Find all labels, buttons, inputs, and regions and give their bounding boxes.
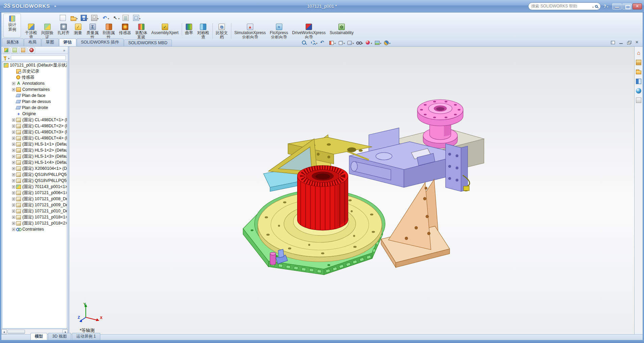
dropdown-caret-icon[interactable] bbox=[353, 39, 354, 46]
minimize-button[interactable] bbox=[612, 3, 622, 9]
mdi-close-icon[interactable] bbox=[634, 39, 641, 45]
dropdown-caret-icon[interactable] bbox=[97, 15, 99, 21]
driveworksxpress-button[interactable]: DriveWorksXpress 向导 bbox=[290, 23, 328, 40]
expand-icon[interactable] bbox=[12, 155, 15, 158]
tab-solidworks-addins[interactable]: SOLIDWORKS 插件 bbox=[77, 38, 124, 46]
tab-evaluate[interactable]: 评估 bbox=[59, 38, 76, 46]
menu-expand-icon[interactable] bbox=[53, 3, 58, 9]
section-view-icon[interactable] bbox=[328, 39, 336, 46]
propertymanager-tab-icon[interactable] bbox=[11, 47, 18, 53]
expand-icon[interactable] bbox=[12, 228, 15, 231]
expand-icon[interactable] bbox=[12, 82, 15, 85]
mdi-restore-icon[interactable] bbox=[626, 39, 633, 45]
hole-align-button[interactable]: 孔对齐 bbox=[55, 23, 72, 35]
filter-caret-icon[interactable] bbox=[8, 55, 9, 61]
tree-item[interactable]: (固定) CL-498DLT<3> (Défaut... bbox=[2, 129, 67, 135]
compare-documents-button[interactable]: 比较文 档 bbox=[212, 23, 230, 40]
sensor-button[interactable]: 传感器 bbox=[117, 23, 133, 35]
tree-item[interactable]: (固定) 107121_p009_Defa... bbox=[2, 202, 67, 208]
tree-item[interactable]: (固定) HLS-1<3> (Défaut... bbox=[2, 153, 67, 159]
tree-item[interactable]: Plan de dessus bbox=[2, 99, 67, 105]
expand-icon[interactable] bbox=[12, 137, 15, 140]
sustainability-button[interactable]: Sustainability bbox=[328, 23, 356, 35]
expand-icon[interactable] bbox=[12, 191, 15, 194]
apply-scene-icon[interactable] bbox=[373, 39, 382, 46]
expand-icon[interactable] bbox=[12, 118, 15, 122]
simulationxpress-button[interactable]: SimulationXpress 分析向导 bbox=[231, 23, 268, 40]
viewport-background[interactable] bbox=[70, 47, 634, 334]
undo-icon[interactable] bbox=[101, 14, 110, 22]
tab-motion-study[interactable]: 运动算例 1 bbox=[72, 333, 100, 340]
tree-item[interactable]: Plan de droite bbox=[2, 105, 67, 111]
expand-icon[interactable] bbox=[12, 149, 15, 152]
graphics-viewport[interactable]: Y X Z *等轴测 bbox=[70, 47, 634, 334]
view-settings-icon[interactable] bbox=[383, 39, 391, 46]
tab-sketch[interactable]: 草图 bbox=[42, 38, 59, 46]
help-button[interactable]: ? bbox=[603, 4, 608, 9]
search-scope-caret-icon[interactable] bbox=[592, 3, 594, 9]
tree-item[interactable]: (固定) 701143_p001<1> (... bbox=[2, 184, 67, 190]
tree-item[interactable]: Commentaires bbox=[2, 86, 67, 93]
featuremanager-tab-icon[interactable] bbox=[2, 47, 10, 53]
dropdown-caret-icon[interactable] bbox=[139, 15, 140, 21]
expand-icon[interactable] bbox=[12, 88, 15, 91]
expand-icon[interactable] bbox=[12, 167, 15, 170]
tree-item[interactable]: Contraintes bbox=[2, 226, 67, 232]
mass-properties-button[interactable]: 质量属 性 bbox=[84, 23, 101, 40]
search-icon[interactable] bbox=[595, 5, 598, 8]
zoom-fit-icon[interactable] bbox=[301, 39, 309, 46]
panel-overflow-chevron-icon[interactable] bbox=[61, 48, 67, 52]
clipboard-icon[interactable] bbox=[122, 14, 131, 22]
view-orientation-icon[interactable] bbox=[337, 39, 345, 46]
options-icon[interactable] bbox=[132, 14, 141, 22]
tree-item[interactable]: (固定) 107121_p008_Defa... bbox=[2, 196, 67, 202]
dropdown-caret-icon[interactable] bbox=[118, 15, 120, 21]
search-input[interactable]: 搜索 SOLIDWORKS 帮助 bbox=[531, 3, 591, 9]
dropdown-caret-icon[interactable] bbox=[316, 39, 317, 46]
maximize-button[interactable] bbox=[622, 3, 632, 9]
close-button[interactable] bbox=[633, 3, 642, 9]
dropdown-caret-icon[interactable] bbox=[87, 15, 88, 21]
new-document-icon[interactable] bbox=[59, 14, 68, 22]
tab-model[interactable]: 模型 bbox=[30, 333, 47, 340]
assemblyxpert-button[interactable]: AssemblyXpert bbox=[149, 23, 181, 35]
tree-item[interactable]: (固定) CL-498DLT<1> (Défaut... bbox=[2, 117, 67, 123]
tree-item[interactable]: (固定) X2060104<1> (Déf... bbox=[2, 165, 67, 172]
tree-item[interactable]: Origine bbox=[2, 111, 67, 117]
assembly-visualization-button[interactable]: 装配体 直观 bbox=[133, 23, 149, 40]
dropdown-caret-icon[interactable] bbox=[108, 15, 109, 21]
expand-icon[interactable] bbox=[12, 185, 15, 188]
assembly-model[interactable] bbox=[70, 47, 634, 334]
tree-item[interactable]: (固定) HLS-1<4> (Défaut... bbox=[2, 159, 67, 165]
print-icon[interactable] bbox=[90, 14, 100, 22]
edit-appearance-icon[interactable] bbox=[364, 39, 373, 46]
expand-icon[interactable] bbox=[12, 222, 15, 225]
expand-icon[interactable] bbox=[12, 197, 15, 201]
view-palette-icon[interactable] bbox=[635, 78, 642, 85]
configurationmanager-tab-icon[interactable] bbox=[19, 47, 27, 53]
pane-toggle-icon[interactable] bbox=[610, 39, 616, 45]
scrollbar-thumb[interactable] bbox=[7, 330, 25, 334]
expand-icon[interactable] bbox=[12, 125, 15, 128]
expand-icon[interactable] bbox=[12, 161, 15, 164]
tree-item[interactable]: (固定) QS18VP6LLPQ5<1... bbox=[2, 172, 67, 178]
file-explorer-icon[interactable] bbox=[635, 68, 642, 75]
dropdown-caret-icon[interactable] bbox=[371, 39, 372, 46]
part-red-slotted-core[interactable] bbox=[298, 165, 348, 230]
hide-show-items-icon[interactable] bbox=[355, 39, 364, 46]
clearance-verify-button[interactable]: 间隙验 证 bbox=[39, 23, 55, 40]
tab-3d-views[interactable]: 3D 视图 bbox=[48, 333, 71, 340]
symmetry-check-button[interactable]: 对称检 查 bbox=[195, 23, 211, 40]
filter-input[interactable] bbox=[11, 55, 66, 60]
custom-properties-icon[interactable] bbox=[635, 97, 642, 104]
zoom-area-icon[interactable] bbox=[310, 39, 318, 46]
open-document-icon[interactable] bbox=[69, 14, 79, 22]
select-icon[interactable] bbox=[111, 14, 121, 22]
tree-item[interactable]: Plan de face bbox=[2, 93, 67, 99]
tree-item[interactable]: 传感器 bbox=[2, 74, 67, 80]
tree-item[interactable]: (固定) CL-498DLT<2> (Défaut... bbox=[2, 123, 67, 129]
expand-icon[interactable] bbox=[12, 173, 15, 176]
tree-item[interactable]: (固定) CL-498DLT<4> (Défaut... bbox=[2, 135, 67, 141]
tree-item[interactable]: (固定) 107121_p018<2> (... bbox=[2, 220, 67, 226]
tab-assembly[interactable]: 装配体 bbox=[2, 38, 24, 46]
